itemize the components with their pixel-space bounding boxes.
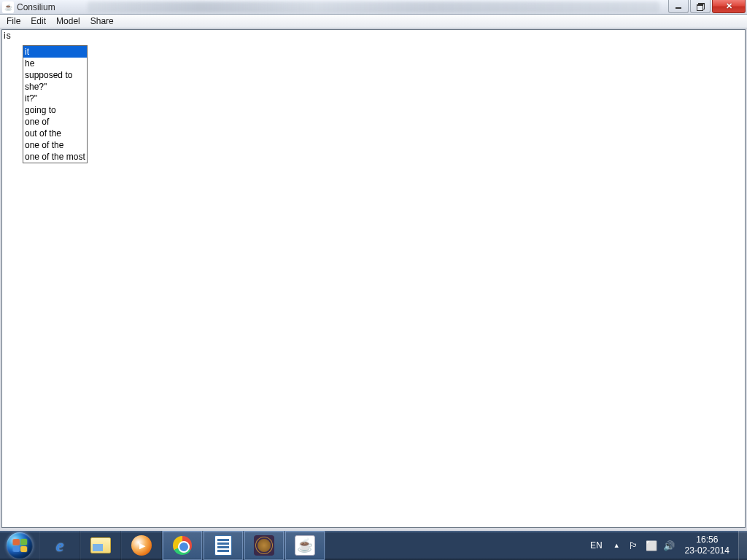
taskbar: e ☕ EN ▲ 🏳 ⬜ 🔊 16:56 23-02-2014	[0, 531, 747, 560]
app-icon: ☕	[2, 1, 14, 13]
clock-date: 23-02-2014	[685, 545, 729, 556]
eclipse-icon	[253, 534, 275, 556]
autocomplete-item[interactable]: out of the	[23, 128, 87, 139]
autocomplete-item[interactable]: she?"	[23, 81, 87, 93]
window-titlebar: ☕ Consilium	[0, 0, 747, 15]
window-controls	[668, 0, 746, 13]
taskbar-eclipse[interactable]	[244, 531, 285, 560]
minimize-button[interactable]	[668, 0, 689, 13]
menu-edit[interactable]: Edit	[26, 15, 51, 28]
taskbar-chrome[interactable]	[162, 531, 203, 560]
taskbar-wmp[interactable]	[121, 531, 162, 560]
language-indicator[interactable]: EN	[587, 540, 605, 551]
taskbar-ie[interactable]: e	[39, 531, 80, 560]
autocomplete-item[interactable]: it	[23, 46, 87, 58]
ie-icon: e	[49, 534, 71, 556]
taskbar-items: e ☕	[39, 531, 325, 560]
autocomplete-item[interactable]: it?"	[23, 93, 87, 104]
folder-icon	[90, 534, 112, 556]
tray-overflow-icon[interactable]: ▲	[611, 542, 622, 549]
chrome-icon	[171, 534, 193, 556]
taskbar-file-explorer[interactable]	[80, 531, 121, 560]
autocomplete-item[interactable]: he	[23, 58, 87, 69]
editor-typed-text: is	[4, 31, 12, 41]
autocomplete-item[interactable]: one of the	[23, 139, 87, 151]
writer-icon	[212, 534, 234, 556]
system-tray: EN ▲ 🏳 ⬜ 🔊 16:56 23-02-2014	[587, 531, 738, 560]
taskbar-writer[interactable]	[203, 531, 244, 560]
menu-model[interactable]: Model	[51, 15, 85, 28]
autocomplete-item[interactable]: going to	[23, 104, 87, 116]
java-icon: ☕	[295, 535, 315, 556]
menu-file[interactable]: File	[1, 15, 26, 28]
start-button[interactable]	[0, 531, 39, 560]
titlebar-glass	[88, 1, 659, 12]
autocomplete-popup: it he supposed to she?" it?" going to on…	[23, 45, 88, 163]
volume-icon[interactable]: 🔊	[663, 540, 675, 551]
maximize-button[interactable]	[690, 0, 711, 13]
close-button[interactable]	[712, 0, 746, 13]
taskbar-java[interactable]: ☕	[285, 531, 325, 560]
menu-share[interactable]: Share	[85, 15, 119, 28]
show-desktop-button[interactable]	[738, 531, 747, 560]
wmp-icon	[131, 534, 152, 556]
autocomplete-item[interactable]: one of	[23, 116, 87, 128]
windows-orb-icon	[7, 532, 33, 559]
menubar: File Edit Model Share	[0, 15, 747, 28]
clock-time: 16:56	[685, 534, 729, 545]
flag-icon[interactable]: 🏳	[628, 540, 640, 551]
network-icon[interactable]: ⬜	[646, 540, 657, 551]
autocomplete-item[interactable]: one of the most	[23, 151, 87, 163]
window-title: Consilium	[17, 2, 55, 12]
editor-area[interactable]: is it he supposed to she?" it?" going to…	[1, 29, 746, 528]
clock[interactable]: 16:56 23-02-2014	[681, 534, 734, 556]
autocomplete-item[interactable]: supposed to	[23, 69, 87, 81]
